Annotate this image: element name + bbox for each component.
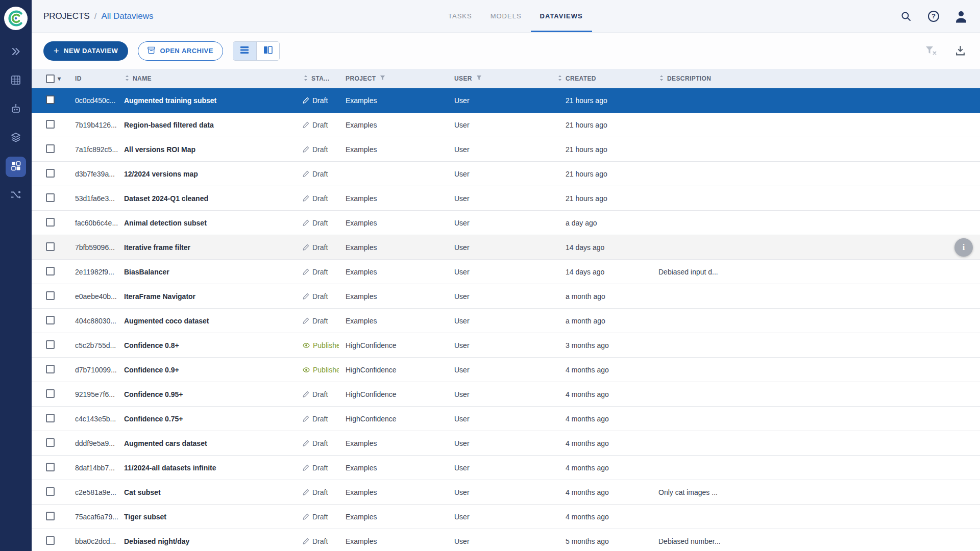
sidebar-item-pipelines[interactable]	[6, 185, 26, 206]
row-name[interactable]: Animal detection subset	[121, 219, 296, 227]
sidebar-item-dataviews[interactable]	[6, 157, 26, 177]
row-status: Draft	[296, 96, 339, 105]
row-name[interactable]: BiasBalancer	[121, 268, 296, 276]
open-archive-button[interactable]: OPEN ARCHIVE	[138, 41, 223, 61]
table-row[interactable]: d7b710099... Confidence 0.9+ Published H…	[32, 358, 980, 382]
row-checkbox[interactable]	[46, 291, 55, 300]
table-row[interactable]: 7a1fc892c5... All versions ROI Map Draft…	[32, 137, 980, 162]
row-checkbox[interactable]	[46, 144, 55, 153]
table-row[interactable]: 53d1fa6e3... Dataset 2024-Q1 cleaned Dra…	[32, 186, 980, 211]
status-icon	[303, 538, 309, 544]
row-checkbox[interactable]	[46, 389, 55, 398]
table-row[interactable]: dddf9e5a9... Augmented cars dataset Draf…	[32, 431, 980, 456]
row-checkbox[interactable]	[46, 365, 55, 373]
sidebar-item-projects[interactable]	[6, 42, 26, 63]
row-name[interactable]: Confidence 0.75+	[121, 415, 296, 423]
row-name[interactable]: Augmented training subset	[121, 96, 296, 105]
table-row[interactable]: 8daf14bb7... 11/2024-all datasets infini…	[32, 456, 980, 480]
column-header-project[interactable]: PROJECT	[339, 75, 448, 82]
breadcrumb: PROJECTS / All Dataviews	[43, 11, 153, 21]
row-checkbox[interactable]	[46, 536, 55, 545]
table-row[interactable]: 92195e7f6... Confidence 0.95+ Draft High…	[32, 382, 980, 407]
column-header-description[interactable]: DESCRIPTION	[655, 75, 980, 83]
row-name[interactable]: Confidence 0.8+	[121, 341, 296, 349]
row-checkbox[interactable]	[46, 487, 55, 496]
tab-models[interactable]: MODELS	[481, 0, 531, 32]
tab-dataviews[interactable]: DATAVIEWS	[531, 0, 592, 32]
column-header-status[interactable]: STA...	[296, 75, 339, 83]
row-id: 8daf14bb7...	[68, 464, 121, 472]
row-checkbox[interactable]	[46, 414, 55, 422]
row-checkbox[interactable]	[46, 512, 55, 520]
row-name[interactable]: Region-based filtered data	[121, 121, 296, 129]
row-name[interactable]: Debiased night/day	[121, 537, 296, 545]
user-avatar-icon[interactable]	[953, 9, 969, 24]
dataviews-table: ▾ ID NAME STA... PROJECT USER CREATED DE…	[32, 69, 980, 551]
row-checkbox[interactable]	[46, 438, 55, 447]
table-row[interactable]: 404c88030... Augmented coco dataset Draf…	[32, 309, 980, 333]
row-name[interactable]: IteraFrame Navigator	[121, 292, 296, 300]
search-icon[interactable]	[898, 9, 914, 24]
row-checkbox[interactable]	[46, 120, 55, 129]
row-checkbox[interactable]	[46, 463, 55, 471]
split-view-button[interactable]	[256, 42, 279, 60]
row-name[interactable]: Confidence 0.9+	[121, 366, 296, 374]
table-row[interactable]: e0aebe40b... IteraFrame Navigator Draft …	[32, 284, 980, 309]
row-project: HighConfidence	[339, 390, 448, 398]
table-row[interactable]: 0c0cd450c... Augmented training subset D…	[32, 88, 980, 113]
row-status: Draft	[296, 219, 339, 227]
row-checkbox[interactable]	[46, 193, 55, 202]
table-row[interactable]: 7b19b4126... Region-based filtered data …	[32, 113, 980, 137]
column-header-name[interactable]: NAME	[121, 75, 296, 83]
sidebar	[0, 0, 32, 551]
column-header-user[interactable]: USER	[448, 75, 553, 82]
row-name[interactable]: All versions ROI Map	[121, 145, 296, 154]
sidebar-item-workers[interactable]	[6, 99, 26, 120]
table-row[interactable]: c4c143e5b... Confidence 0.75+ Draft High…	[32, 407, 980, 431]
row-name[interactable]: Augmented coco dataset	[121, 317, 296, 325]
tab-tasks[interactable]: TASKS	[439, 0, 481, 32]
row-name[interactable]: Dataset 2024-Q1 cleaned	[121, 194, 296, 203]
select-all-checkbox[interactable]	[46, 74, 55, 83]
row-checkbox[interactable]	[46, 340, 55, 349]
row-name[interactable]: Cat subset	[121, 488, 296, 496]
table-view-button[interactable]	[233, 42, 256, 60]
table-row[interactable]: fac60b6c4e... Animal detection subset Dr…	[32, 211, 980, 235]
download-icon[interactable]	[955, 45, 966, 56]
breadcrumb-root[interactable]: PROJECTS	[43, 11, 90, 21]
table-row[interactable]: 2e11982f9... BiasBalancer Draft Examples…	[32, 260, 980, 284]
select-menu-caret-icon[interactable]: ▾	[58, 75, 61, 82]
table-row[interactable]: bba0c2dcd... Debiased night/day Draft Ex…	[32, 529, 980, 551]
row-checkbox[interactable]	[46, 169, 55, 178]
sidebar-item-datasets[interactable]	[6, 71, 26, 91]
table-row[interactable]: d3b7fe39a... 12/2024 versions map Draft …	[32, 162, 980, 186]
row-name[interactable]: 11/2024-all datasets infinite	[121, 464, 296, 472]
column-header-id[interactable]: ID	[68, 75, 121, 82]
filter-icon[interactable]	[380, 75, 385, 82]
table-row[interactable]: 75acaf6a79... Tiger subset Draft Example…	[32, 505, 980, 529]
row-checkbox[interactable]	[46, 316, 55, 324]
floating-info-button[interactable]: i	[954, 238, 973, 257]
table-row[interactable]: c5c2b755d... Confidence 0.8+ Published H…	[32, 333, 980, 358]
help-icon[interactable]: ?	[926, 9, 941, 24]
filter-icon[interactable]	[476, 75, 482, 82]
row-name[interactable]: Iterative frame filter	[121, 243, 296, 252]
breadcrumb-current[interactable]: All Dataviews	[101, 11, 153, 21]
new-dataview-button[interactable]: + NEW DATAVIEW	[43, 41, 128, 61]
row-checkbox[interactable]	[46, 218, 55, 227]
table-row[interactable]: 7bfb59096... Iterative frame filter Draf…	[32, 235, 980, 260]
clear-filters-icon[interactable]	[925, 46, 937, 56]
row-checkbox[interactable]	[46, 267, 55, 276]
row-name[interactable]: Augmented cars dataset	[121, 439, 296, 447]
sidebar-item-hyper-datasets[interactable]	[6, 128, 26, 148]
row-name[interactable]: Tiger subset	[121, 513, 296, 521]
column-header-created[interactable]: CREATED	[553, 75, 655, 83]
row-checkbox[interactable]	[46, 242, 55, 251]
row-checkbox[interactable]	[46, 95, 55, 104]
clearml-logo[interactable]	[4, 7, 28, 30]
row-name[interactable]: Confidence 0.95+	[121, 390, 296, 398]
layers-icon	[11, 132, 21, 144]
table-row[interactable]: c2e581a9e... Cat subset Draft Examples U…	[32, 480, 980, 505]
plus-icon: +	[54, 46, 59, 56]
row-name[interactable]: 12/2024 versions map	[121, 170, 296, 178]
